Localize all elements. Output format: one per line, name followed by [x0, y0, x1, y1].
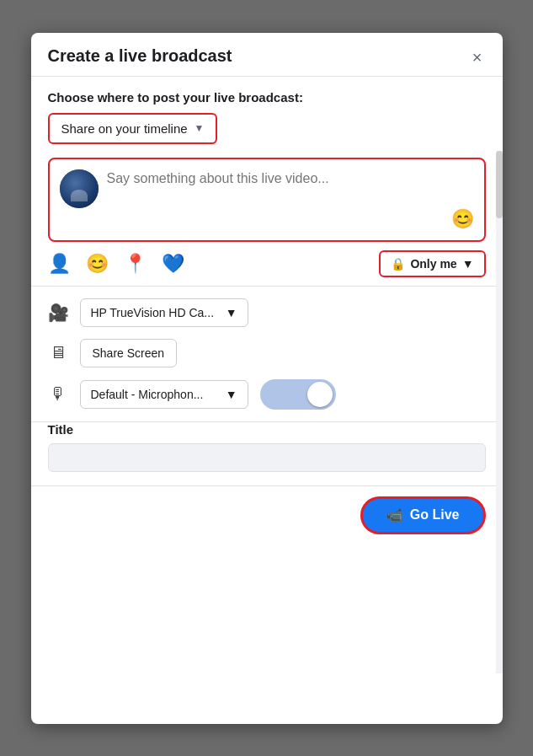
close-button[interactable]: ×: [466, 45, 489, 71]
microphone-toggle[interactable]: [260, 379, 336, 410]
feeling-icon[interactable]: 💙: [162, 253, 184, 275]
camera-chevron-icon: ▼: [226, 306, 237, 319]
toolbar-icons: 👤 😊 📍 💙: [48, 253, 184, 275]
post-input-area: 😊: [48, 158, 486, 242]
go-live-label: Go Live: [410, 507, 460, 523]
privacy-chevron-icon: ▼: [462, 257, 474, 271]
video-icon: 📹: [386, 507, 403, 523]
modal-body: Choose where to post your live broadcast…: [31, 77, 503, 485]
camera-icon: 🎥: [48, 303, 68, 323]
scrollbar-thumb[interactable]: [496, 151, 503, 218]
avatar: [60, 169, 99, 208]
location-icon[interactable]: 📍: [124, 253, 147, 275]
emoji-picker-icon[interactable]: 😊: [451, 208, 474, 230]
camera-dropdown[interactable]: HP TrueVision HD Ca... ▼: [80, 298, 248, 327]
privacy-button[interactable]: 🔒 Only me ▼: [379, 250, 485, 277]
modal-overlay: Create a live broadcast × Choose where t…: [0, 0, 533, 756]
avatar-image: [60, 169, 99, 208]
camera-value: HP TrueVision HD Ca...: [91, 306, 219, 319]
device-section: 🎥 HP TrueVision HD Ca... ▼ 🖥 Share Scree…: [31, 287, 503, 421]
share-screen-row: 🖥 Share Screen: [48, 339, 486, 367]
title-label: Title: [48, 422, 486, 437]
privacy-label: Only me: [410, 257, 456, 271]
modal: Create a live broadcast × Choose where t…: [31, 33, 503, 724]
modal-header: Create a live broadcast ×: [31, 33, 503, 77]
post-destination-section: Choose where to post your live broadcast…: [31, 77, 503, 158]
microphone-chevron-icon: ▼: [226, 388, 237, 401]
post-text-input[interactable]: [107, 169, 443, 220]
microphone-icon: 🎙: [48, 384, 68, 404]
lock-icon: 🔒: [391, 257, 405, 271]
post-destination-label: Choose where to post your live broadcast…: [48, 90, 486, 105]
title-input[interactable]: [48, 443, 486, 472]
monitor-icon: 🖥: [48, 343, 68, 362]
toolbar-row: 👤 😊 📍 💙 🔒 Only me ▼: [31, 242, 503, 286]
microphone-value: Default - Microphon...: [91, 388, 219, 401]
emoji-icon[interactable]: 😊: [86, 253, 109, 275]
chevron-down-icon: ▼: [195, 122, 205, 134]
camera-row: 🎥 HP TrueVision HD Ca... ▼: [48, 298, 486, 327]
microphone-row: 🎙 Default - Microphon... ▼: [48, 379, 486, 410]
scrollbar[interactable]: [496, 151, 503, 673]
post-destination-dropdown[interactable]: Share on your timeline ▼: [48, 113, 218, 144]
title-section: Title: [31, 422, 503, 485]
post-destination-value: Share on your timeline: [61, 121, 188, 136]
modal-footer: 📹 Go Live: [31, 485, 503, 544]
toggle-knob: [307, 382, 333, 407]
go-live-button[interactable]: 📹 Go Live: [360, 496, 486, 534]
microphone-dropdown[interactable]: Default - Microphon... ▼: [80, 380, 248, 409]
modal-title: Create a live broadcast: [48, 46, 232, 65]
add-person-icon[interactable]: 👤: [48, 253, 71, 275]
share-screen-button[interactable]: Share Screen: [80, 339, 178, 367]
